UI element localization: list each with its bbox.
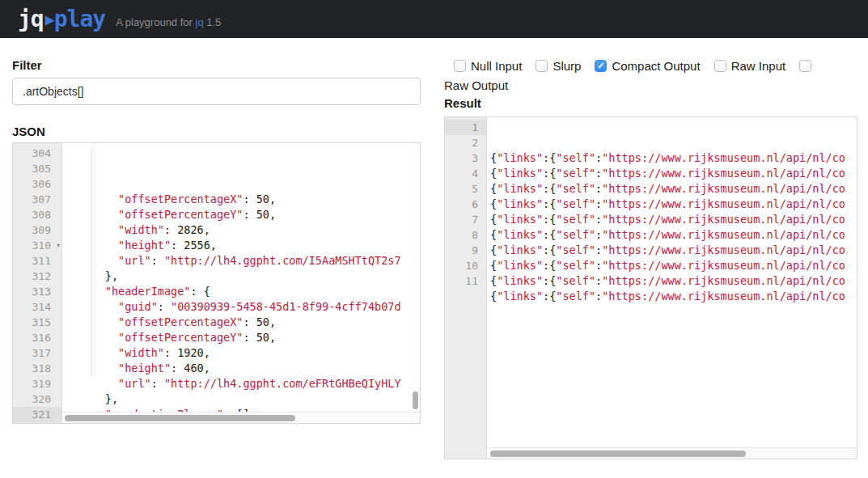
line-number: 321 [13, 407, 61, 422]
option-label: Raw Input [731, 59, 786, 73]
json-horizontal-scrollbar[interactable] [62, 412, 420, 423]
options-row: Null InputSlurp✓Compact OutputRaw Input [444, 59, 857, 73]
option-label: Compact Output [612, 59, 700, 73]
line-number: 314 [13, 299, 61, 315]
result-output: {"links":{"self":"https://www.rijksmuseu… [487, 117, 857, 459]
line-number: 307 [13, 192, 61, 207]
json-editor: 304305306307308309310▾311312313314315316… [12, 142, 421, 424]
result-editor-gutter: 1234567891011 [445, 117, 487, 459]
line-number: 315 [13, 315, 61, 330]
line-number: 320 [13, 391, 61, 407]
line-number: 1 [445, 120, 486, 135]
line-number: 308 [13, 207, 61, 222]
app-header: jq▶play A playground for jq 1.5 [0, 0, 868, 38]
code-line: "height": 2556, [66, 238, 420, 253]
code-line [490, 304, 857, 319]
line-number: 312 [13, 269, 61, 284]
left-column: Filter JSON 304305306307308309310▾311312… [12, 59, 421, 459]
raw-input-checkbox[interactable] [714, 60, 726, 72]
raw-output-checkbox[interactable] [799, 60, 811, 72]
line-number: 304 [13, 146, 61, 161]
line-number: 4 [445, 166, 486, 181]
code-line: {"links":{"self":"https://www.rijksmuseu… [490, 273, 857, 289]
code-line: "offsetPercentageX": 50, [66, 315, 420, 330]
code-line: {"links":{"self":"https://www.rijksmuseu… [490, 181, 857, 197]
logo-jq-text: jq [18, 6, 44, 32]
result-horizontal-scrollbar[interactable] [487, 447, 857, 459]
null-input-option[interactable]: Null Input [454, 59, 522, 73]
code-line: "offsetPercentageX": 50, [66, 192, 420, 207]
code-line: {"links":{"self":"https://www.rijksmuseu… [490, 150, 857, 166]
code-line: "width": 2826, [66, 222, 420, 238]
logo-play-text: play [54, 6, 105, 32]
line-number: 319 [13, 376, 61, 391]
jqplay-logo[interactable]: jq▶play [18, 6, 105, 32]
json-label: JSON [12, 125, 421, 138]
filter-label: Filter [12, 59, 421, 72]
line-number: 7 [445, 212, 486, 227]
right-column: Null InputSlurp✓Compact OutputRaw Input … [444, 59, 857, 459]
line-number: 8 [445, 227, 486, 243]
code-line: "offsetPercentageY": 50, [66, 330, 420, 345]
line-number: 318 [13, 361, 61, 376]
line-number: 311 [13, 253, 61, 269]
line-number: 313 [13, 284, 61, 299]
code-line: {"links":{"self":"https://www.rijksmuseu… [490, 258, 857, 273]
result-horizontal-scrollbar-thumb[interactable] [490, 451, 746, 457]
json-input-editor[interactable]: "offsetPercentageX": 50, "offsetPercenta… [62, 143, 420, 423]
raw-output-option[interactable] [799, 60, 811, 72]
jq-link[interactable]: jq [196, 16, 204, 28]
result-label: Result [444, 97, 857, 110]
line-number: 9 [445, 243, 486, 258]
slurp-option[interactable]: Slurp [536, 59, 581, 73]
compact-output-option[interactable]: ✓Compact Output [595, 59, 700, 73]
code-line: "headerImage": { [66, 284, 420, 299]
raw-output-wrapped-label[interactable]: Raw Output [444, 78, 857, 92]
line-number: 316 [13, 330, 61, 345]
line-number: 305 [13, 161, 61, 176]
code-line: {"links":{"self":"https://www.rijksmuseu… [490, 197, 857, 212]
line-number: 6 [445, 197, 486, 212]
code-line: }, [66, 269, 420, 284]
fold-arrow-icon[interactable]: ▾ [57, 238, 61, 253]
filter-input[interactable] [12, 78, 421, 105]
slurp-checkbox[interactable] [536, 60, 548, 72]
code-line: "offsetPercentageY": 50, [66, 207, 420, 222]
line-number: 5 [445, 181, 486, 197]
line-number: 2 [445, 135, 486, 150]
json-horizontal-scrollbar-thumb[interactable] [65, 415, 295, 421]
line-number: 10 [445, 258, 486, 273]
code-line: {"links":{"self":"https://www.rijksmuseu… [490, 227, 857, 243]
main-content: Filter JSON 304305306307308309310▾311312… [0, 38, 868, 459]
code-line: }, [66, 391, 420, 407]
null-input-checkbox[interactable] [454, 60, 466, 72]
play-triangle-icon: ▶ [45, 10, 54, 29]
subtitle-prefix: A playground for [116, 16, 193, 28]
code-line: {"links":{"self":"https://www.rijksmuseu… [490, 212, 857, 227]
option-label: Slurp [553, 59, 581, 73]
code-line: "guid": "00390939-5458-45d1-8f99-4cff74b… [66, 299, 420, 315]
option-label: Null Input [471, 59, 522, 73]
line-number: 306 [13, 176, 61, 192]
compact-output-checkbox[interactable]: ✓ [595, 60, 607, 72]
code-line: {"links":{"self":"https://www.rijksmuseu… [490, 166, 857, 181]
line-number: 3 [445, 150, 486, 166]
code-line: "width": 1920, [66, 345, 420, 361]
line-number: 317 [13, 345, 61, 361]
raw-input-option[interactable]: Raw Input [714, 59, 786, 73]
line-number: 11 [445, 273, 486, 289]
json-editor-gutter: 304305306307308309310▾311312313314315316… [13, 143, 62, 423]
indent-guide [91, 146, 92, 376]
code-line: {"links":{"self":"https://www.rijksmuseu… [490, 289, 857, 304]
code-line: "url": "http://lh4.ggpht.com/I5AaMSHTtQT… [66, 253, 420, 269]
line-number: 309 [13, 222, 61, 238]
code-line: "url": "http://lh4.ggpht.com/eFRtGHBeQIy… [66, 376, 420, 391]
header-subtitle: A playground for jq 1.5 [116, 16, 221, 28]
result-editor: 1234567891011 {"links":{"self":"https://… [444, 116, 857, 459]
subtitle-version: 1.5 [206, 16, 221, 28]
line-number: 310▾ [13, 238, 61, 253]
code-line: "height": 460, [66, 361, 420, 376]
json-vertical-scrollbar-thumb[interactable] [413, 391, 418, 409]
code-line: {"links":{"self":"https://www.rijksmuseu… [490, 243, 857, 258]
